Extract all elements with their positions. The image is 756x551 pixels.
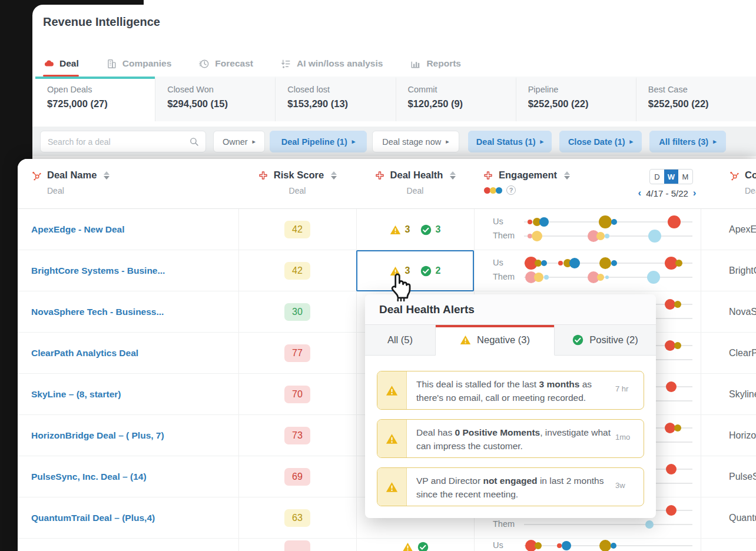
header-label: Engagement <box>499 170 557 181</box>
engagement-them-label: Them <box>493 519 515 529</box>
companies-icon <box>106 58 117 69</box>
card-pipeline[interactable]: Pipeline $252,500 (22) <box>516 77 636 121</box>
filter-all-filters[interactable]: All filters (3)▸ <box>649 131 726 152</box>
property-icon <box>258 170 268 181</box>
deal-health-cell[interactable]: 33 <box>356 209 474 250</box>
tab-ai-winloss[interactable]: AI win/loss analysis <box>280 58 383 69</box>
engagement-cell[interactable]: UsThem <box>474 250 701 291</box>
check-icon <box>420 224 432 235</box>
card-closed-lost[interactable]: Closed lost $153,290 (13) <box>275 77 395 121</box>
engagement-dot-lightblue <box>648 230 661 243</box>
company-cell: ClearPath <box>701 333 756 374</box>
chevron-left-icon[interactable]: ‹ <box>638 187 641 199</box>
period-month[interactable]: M <box>678 170 692 184</box>
risk-score-pill: 30 <box>284 303 310 321</box>
popup-body: This deal is stalled for the last 3 mont… <box>365 356 656 506</box>
alert-item[interactable]: Deal has 0 Positive Moments, investigate… <box>377 419 644 458</box>
tab-forecast[interactable]: Forecast <box>198 58 253 69</box>
alert-item[interactable]: This deal is stalled for the last 3 mont… <box>377 371 644 410</box>
date-range-nav: ‹ 4/17 - 5/22 › <box>623 187 711 199</box>
deal-name-link[interactable]: ApexEdge - New Deal <box>31 209 234 250</box>
header-company[interactable]: Comp Deal <box>729 159 756 209</box>
company-cell: Quantum <box>701 497 756 539</box>
filter-close-date[interactable]: Close Date (1)▸ <box>559 131 642 152</box>
selected-cell-outline <box>356 250 474 291</box>
filter-deal-pipeline[interactable]: Deal Pipeline (1)▸ <box>270 131 367 152</box>
card-label: Best Case <box>648 85 756 94</box>
caret-right-icon: ▸ <box>630 138 634 145</box>
chevron-right-icon[interactable]: › <box>693 187 697 199</box>
risk-score-pill: 63 <box>284 509 310 527</box>
sort-icon[interactable] <box>564 171 570 180</box>
filter-label: All filters (3) <box>659 137 708 147</box>
filter-owner[interactable]: Owner▸ <box>213 131 265 152</box>
search-input[interactable] <box>48 137 189 147</box>
card-open-deals[interactable]: Open Deals $725,000 (27) <box>35 77 155 121</box>
deal-name-link[interactable]: BrightCore Systems - Busine... <box>31 250 234 291</box>
card-value: $252,500 (22) <box>648 98 756 109</box>
filter-bar: Owner▸ Deal Pipeline (1)▸ Deal stage now… <box>32 127 756 156</box>
risk-score-pill: 69 <box>284 468 310 486</box>
engagement-dot-red <box>666 381 677 392</box>
period-day[interactable]: D <box>650 170 664 184</box>
alert-age: 3w <box>615 468 644 506</box>
engagement-dot-yellow <box>534 273 543 282</box>
filter-label: Deal stage now <box>382 137 441 147</box>
card-label: Closed lost <box>287 85 395 94</box>
period-toggle[interactable]: D W M <box>649 169 693 184</box>
company-cell: BrightCor <box>701 250 756 291</box>
deal-name-link[interactable]: PulseSync, Inc. Deal – (14) <box>31 456 234 497</box>
risk-score-pill: 70 <box>284 386 310 403</box>
engagement-cell[interactable]: UsThem <box>474 209 701 250</box>
header-label: Comp <box>745 170 756 181</box>
tab-deal[interactable]: Deal <box>43 58 79 69</box>
tab-deal-label: Deal <box>59 58 79 69</box>
card-value: $153,290 (13) <box>287 98 395 109</box>
deal-health-cell[interactable] <box>356 539 474 551</box>
engagement-dot-yellow <box>596 232 605 240</box>
sort-icon[interactable] <box>450 171 456 180</box>
filter-deal-status[interactable]: Deal Status (1)▸ <box>468 131 552 152</box>
header-engagement[interactable]: Engagement ? <box>483 159 570 209</box>
engagement-dot-red <box>666 505 677 516</box>
filter-label: Close Date (1) <box>568 137 625 147</box>
alert-text: VP and Director not engaged in last 2 mo… <box>407 468 615 506</box>
engagement-dot-gold <box>674 301 681 308</box>
search-icon[interactable] <box>189 137 199 147</box>
nav-tabs: Deal Companies Forecast AI win/loss anal… <box>43 51 488 77</box>
risk-score-pill <box>284 540 310 551</box>
sort-icon[interactable] <box>331 171 337 180</box>
help-icon[interactable]: ? <box>506 185 516 195</box>
tab-reports[interactable]: Reports <box>410 58 461 69</box>
deal-name-link[interactable]: NovaSphere Tech - Business... <box>31 291 234 333</box>
popup-tab-all[interactable]: All (5) <box>365 325 436 355</box>
table-header: Deal Name Deal Risk Score Deal Deal Heal… <box>18 159 756 209</box>
card-best-case[interactable]: Best Case $252,500 (22) <box>636 77 756 121</box>
tab-companies[interactable]: Companies <box>106 58 172 69</box>
card-closed-won[interactable]: Closed Won $294,500 (15) <box>155 77 275 121</box>
engagement-dot-blue <box>562 541 571 550</box>
sort-icon[interactable] <box>104 171 110 180</box>
company-cell: PulseSyn <box>701 456 756 497</box>
card-commit[interactable]: Commit $120,250 (9) <box>396 77 516 121</box>
deal-name-link[interactable]: ClearPath Analytics Deal <box>31 333 234 374</box>
header-deal-name[interactable]: Deal Name Deal <box>31 159 110 209</box>
deal-name-link[interactable]: QuantumTrail Deal – (Plus,4) <box>31 497 234 539</box>
popup-tab-positive[interactable]: Positive (2) <box>555 325 656 355</box>
date-range-label: 4/17 - 5/22 <box>646 188 688 198</box>
header-deal-health[interactable]: Deal Health Deal <box>356 159 474 209</box>
deal-name-link[interactable]: HorizonBridge Deal – ( Plus, 7) <box>31 415 234 456</box>
popup-tab-negative[interactable]: Negative (3) <box>436 325 555 356</box>
alert-item[interactable]: VP and Director not engaged in last 2 mo… <box>377 467 644 506</box>
table-row: ApexEdge - New Deal4233UsThemApexEdge <box>18 209 756 250</box>
engagement-dot-gold <box>599 215 612 228</box>
warning-icon <box>386 433 398 445</box>
header-risk-score[interactable]: Risk Score Deal <box>238 159 356 209</box>
period-week[interactable]: W <box>664 170 678 184</box>
filter-deal-stage[interactable]: Deal stage now▸ <box>372 131 459 152</box>
positive-count: 3 <box>436 224 441 235</box>
engagement-cell[interactable]: UsThem <box>474 539 701 551</box>
deal-name-link[interactable]: SkyLine – (8, starter) <box>31 374 234 415</box>
popup-tab-label: All (5) <box>387 334 413 346</box>
engagement-dot-gold <box>675 260 682 267</box>
